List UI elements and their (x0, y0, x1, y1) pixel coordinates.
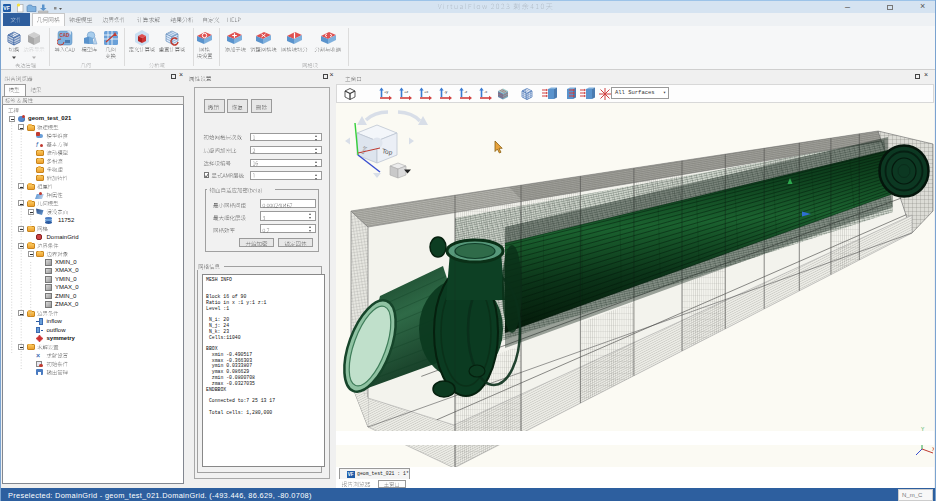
svg-text:+z: +z (404, 89, 408, 94)
svg-text:-y: -y (444, 89, 447, 94)
svg-text:X: X (932, 446, 934, 452)
svg-text:-z: -z (464, 89, 467, 94)
svg-text:CAD: CAD (60, 33, 70, 38)
svg-text:+x: +x (424, 89, 428, 94)
svg-text:+y: +y (384, 89, 388, 94)
svg-text:-x: -x (484, 89, 487, 94)
